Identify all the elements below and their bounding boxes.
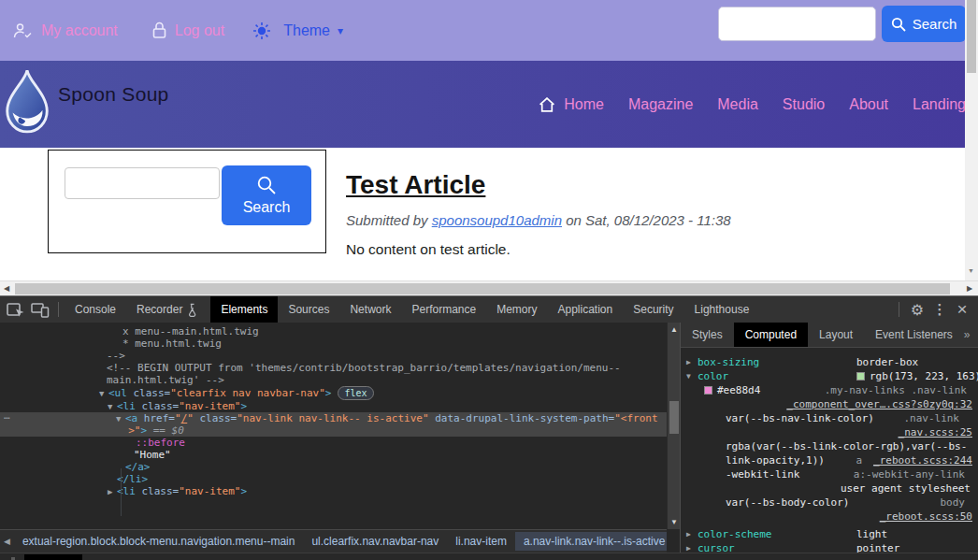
scroll-left-icon[interactable]: ◀ (4, 284, 9, 293)
nav-link-studio[interactable]: Studio (783, 96, 825, 113)
topbar-search-input[interactable] (718, 7, 876, 41)
dom-tree-line[interactable]: "Home" (0, 449, 667, 461)
dom-tree-line[interactable]: --> (0, 350, 667, 362)
computed-row[interactable]: ▶color-schemelight (681, 527, 978, 541)
dom-tree-line[interactable]: …▼<a href="/" class="nav-link nav-link--… (0, 412, 667, 437)
more-tabs-icon[interactable]: » (964, 328, 978, 341)
devtools-tab-performance[interactable]: Performance (401, 296, 486, 323)
devtools-tab-recorder[interactable]: Recorder (126, 296, 210, 323)
dom-tree-line[interactable]: </li> (0, 473, 667, 485)
expand-arrow-icon[interactable]: ▼ (108, 402, 117, 411)
topbar-search-button[interactable]: Search (882, 6, 966, 42)
devtools-tab-memory[interactable]: Memory (486, 296, 547, 323)
source-link[interactable]: _nav.scss:25 (899, 426, 972, 438)
dom-tree-line[interactable]: ▶<li class="nav-item"> (0, 485, 667, 497)
flex-badge[interactable]: flex (338, 386, 373, 400)
devtools-tab-elements[interactable]: Elements (210, 296, 278, 323)
computed-row[interactable]: user agent stylesheet (681, 481, 978, 495)
scroll-up-icon[interactable]: ▲ (668, 325, 681, 334)
site-title[interactable]: Spoon Soup (58, 83, 169, 106)
theme-dropdown[interactable]: Theme ▾ (283, 22, 343, 39)
tree-scrollbar[interactable]: ▲ ▼ (667, 323, 680, 529)
dom-tree-line[interactable]: main.html.twig' --> (0, 374, 667, 386)
dom-token: <a (125, 412, 137, 424)
devtools-tab-console[interactable]: Console (65, 296, 126, 323)
dom-tree-line[interactable]: ::before (0, 437, 667, 449)
scroll-down-icon[interactable]: ▼ (668, 518, 681, 526)
drupal-logo[interactable] (0, 67, 54, 140)
computed-row[interactable]: -webkit-linka:-webkit-any-link (681, 467, 978, 481)
nav-link-landing[interactable]: Landing (913, 96, 966, 113)
dom-tree-line[interactable]: x menu--main.html.twig (0, 325, 667, 337)
nav-link-media[interactable]: Media (717, 96, 758, 113)
close-icon[interactable]: × (952, 299, 972, 320)
expand-arrow-icon[interactable]: ▶ (108, 487, 117, 496)
computed-row[interactable]: link-opacity,1))a_reboot.scss:244 (681, 453, 978, 467)
tree-scrollbar-thumb[interactable] (669, 401, 679, 434)
scroll-down-icon[interactable]: ▼ (968, 267, 974, 274)
computed-text: #ee88d4 (717, 384, 760, 396)
article-title[interactable]: Test Article (346, 170, 485, 200)
sidebar-tab-computed[interactable]: Computed (734, 323, 808, 347)
computed-row[interactable]: #ee88d4.my-nav-links .nav-link (681, 383, 978, 397)
byline-author-link[interactable]: spoonsoupd10admin (432, 212, 562, 228)
my-account-link[interactable]: My account (41, 22, 118, 39)
source-link[interactable]: _component_over….css?s0zy0q:32 (786, 398, 972, 410)
bottom-strip (0, 553, 978, 560)
devtools-tab-network[interactable]: Network (339, 296, 401, 323)
gear-icon[interactable]: ⚙ (907, 301, 928, 319)
source-link[interactable]: _reboot.scss:50 (880, 510, 972, 523)
computed-row[interactable]: rgba(var(--bs-link-color-rgb),var(--bs- (681, 439, 978, 453)
logout-link[interactable]: Log out (175, 22, 224, 39)
breadcrumb-item[interactable]: a.nav-link.nav-link--.is-active (515, 532, 667, 551)
dom-token: --> (107, 350, 125, 362)
search-block-button[interactable]: Search (222, 165, 311, 225)
vertical-scrollbar-thumb[interactable] (967, 0, 976, 73)
computed-row-left: link-opacity,1)) (681, 454, 825, 467)
computed-row[interactable]: var(--bs-nav-link-color).nav-link (681, 411, 978, 425)
kebab-menu-icon[interactable]: ⋮ (929, 301, 950, 318)
breadcrumb-item[interactable]: li.nav-item (447, 532, 515, 551)
devtools-tab-application[interactable]: Application (548, 296, 624, 323)
devtools-tab-security[interactable]: Security (623, 296, 683, 323)
horizontal-scrollbar-thumb[interactable] (15, 283, 950, 294)
sidebar-tab-layout[interactable]: Layout (808, 323, 864, 347)
dom-tree-line[interactable]: <!-- BEGIN OUTPUT from 'themes/contrib/b… (0, 362, 667, 374)
source-link[interactable]: _reboot.scss:244 (873, 454, 972, 467)
computed-row[interactable]: ▶box-sizingborder-box (681, 355, 978, 369)
computed-row[interactable]: ▼colorrgb(173, 223, 163) (681, 369, 978, 383)
expand-arrow-icon[interactable]: ▶ (686, 358, 698, 366)
inspect-element-icon[interactable] (4, 301, 28, 318)
devtools-tab-sources[interactable]: Sources (278, 296, 339, 323)
dom-tree-line[interactable]: ▼<ul class="clearfix nav navbar-nav">fle… (0, 386, 667, 400)
nav-link-magazine[interactable]: Magazine (628, 96, 693, 113)
search-block-input[interactable] (65, 167, 220, 199)
computed-row[interactable]: _reboot.scss:50 (681, 510, 978, 524)
sidebar-tab-event-listeners[interactable]: Event Listeners (864, 323, 964, 347)
expand-arrow-icon[interactable]: ▶ (686, 530, 698, 538)
horizontal-scrollbar[interactable]: ◀ ▶ (0, 280, 978, 295)
breadcrumb-back-icon[interactable]: ◀ (0, 537, 14, 546)
sidebar-tab-styles[interactable]: Styles (681, 323, 734, 347)
device-toolbar-icon[interactable] (28, 302, 52, 318)
breadcrumb-item[interactable]: ul.clearfix.nav.navbar-nav (303, 532, 447, 551)
expand-arrow-icon[interactable]: ▶ (686, 544, 698, 553)
computed-row[interactable]: _component_over….css?s0zy0q:32 (681, 397, 978, 411)
scroll-right-icon[interactable]: ▶ (967, 284, 972, 293)
computed-row[interactable]: _nav.scss:25 (681, 425, 978, 439)
expand-arrow-icon[interactable]: ▼ (116, 414, 125, 424)
nav-link-home[interactable]: Home (539, 96, 604, 113)
computed-text: -webkit-link (726, 468, 799, 481)
devtools-tab-lighthouse[interactable]: Lighthouse (684, 296, 760, 323)
expand-arrow-icon[interactable]: ▼ (99, 389, 108, 398)
dom-tree-line[interactable]: ▼<li class="nav-item"> (0, 400, 667, 412)
computed-row-value: rgb(173, 223, 163) (856, 370, 978, 382)
dom-tree-line[interactable]: </a> (0, 461, 667, 473)
computed-row[interactable]: var(--bs-body-color)body (681, 495, 978, 510)
nav-link-about[interactable]: About (849, 96, 888, 113)
dom-token: " (187, 412, 194, 424)
dom-tree-line[interactable]: * menu.html.twig (0, 337, 667, 350)
expand-arrow-icon[interactable]: ▼ (686, 372, 698, 381)
vertical-scrollbar[interactable]: ▼ (965, 0, 978, 280)
breadcrumb-item[interactable]: extual-region.block.block-menu.navigatio… (14, 532, 303, 551)
